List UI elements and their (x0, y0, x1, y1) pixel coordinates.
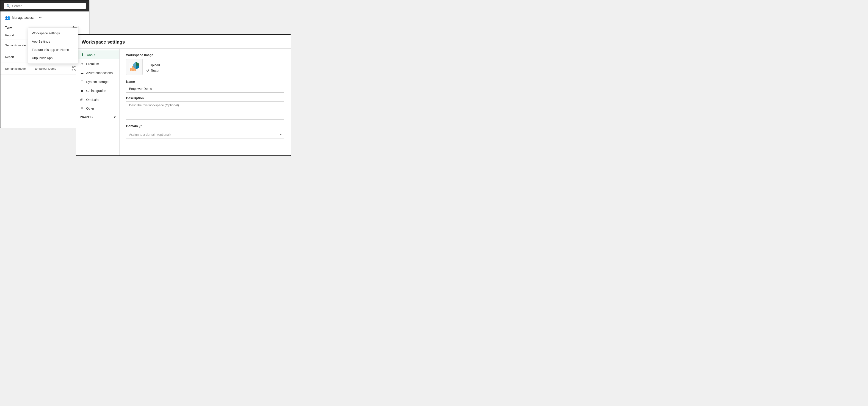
dropdown-item-unpublish[interactable]: Unpublish App (28, 54, 78, 62)
power-bi-section[interactable]: Power BI ∨ (76, 113, 119, 121)
workspace-image-label: Workspace image (126, 53, 160, 57)
onelake-icon: ◎ (80, 97, 84, 102)
about-icon: ℹ (81, 53, 85, 57)
workspace-settings-content: Workspace image (120, 49, 291, 155)
premium-icon: ◇ (80, 62, 84, 66)
git-icon: ◆ (80, 89, 84, 93)
dropdown-item-workspace-settings[interactable]: Workspace settings (28, 29, 78, 37)
name-field-input[interactable] (126, 85, 284, 93)
system-storage-icon: ⊟ (80, 80, 84, 84)
upload-button[interactable]: ↑ Upload (146, 63, 160, 67)
domain-select[interactable]: Assign to a domain (optional) (126, 131, 284, 138)
sidebar-item-git-label: Git integration (86, 89, 106, 93)
domain-field-label: Domain (126, 124, 138, 128)
sidebar-item-azure-label: Azure connections (86, 71, 113, 75)
workspace-image-section: Workspace image (126, 53, 284, 75)
description-field-textarea[interactable] (126, 101, 284, 120)
reset-icon: ↺ (146, 69, 149, 72)
other-icon: ≡ (80, 106, 84, 111)
reset-label: Reset (151, 69, 159, 72)
toolbar-row: 👥 Manage access ··· (0, 11, 89, 24)
search-bar: 🔍 (0, 0, 89, 11)
reset-button[interactable]: ↺ Reset (146, 69, 160, 72)
domain-label-row: Domain i (126, 124, 284, 129)
power-bi-section-label: Power BI (80, 115, 94, 119)
domain-select-wrapper: Assign to a domain (optional) ▾ (126, 131, 284, 138)
workspace-settings-body: ℹ About ◇ Premium ☁ Azure connections ⊟ … (76, 49, 291, 155)
manage-access-label: Manage access (12, 16, 34, 20)
sidebar-item-system-storage-label: System storage (86, 80, 108, 84)
svg-rect-4 (129, 63, 136, 71)
sidebar-item-git[interactable]: ◆ Git integration (76, 86, 119, 95)
workspace-settings-sidebar: ℹ About ◇ Premium ☁ Azure connections ⊟ … (76, 49, 120, 155)
workspace-image-chart-icon (129, 61, 140, 72)
workspace-settings-panel: Workspace settings ℹ About ◇ Premium ☁ A… (76, 34, 291, 156)
sidebar-item-azure[interactable]: ☁ Azure connections (76, 68, 119, 77)
sidebar-item-other[interactable]: ≡ Other (76, 104, 119, 113)
azure-icon: ☁ (80, 71, 84, 75)
search-wrapper[interactable]: 🔍 (4, 3, 86, 9)
sidebar-item-premium[interactable]: ◇ Premium (76, 59, 119, 68)
dropdown-item-feature-app[interactable]: Feature this app on Home (28, 45, 78, 54)
search-input[interactable] (12, 4, 83, 8)
sidebar-item-premium-label: Premium (86, 62, 99, 66)
sidebar-item-about[interactable]: ℹ About (76, 51, 119, 59)
sidebar-item-about-label: About (87, 53, 95, 57)
workspace-settings-title: Workspace settings (76, 35, 291, 49)
more-options-button[interactable]: ··· (37, 15, 44, 21)
name-field-label: Name (126, 80, 284, 84)
sidebar-item-other-label: Other (86, 106, 94, 110)
dropdown-item-app-settings[interactable]: App Settings (28, 37, 78, 45)
domain-info-icon: i (139, 125, 143, 128)
upload-label: Upload (150, 63, 160, 67)
search-icon: 🔍 (6, 4, 10, 8)
chevron-down-icon: ∨ (114, 115, 116, 119)
dropdown-menu: Workspace settings App Settings Feature … (28, 28, 79, 64)
row-owner: Empower Demo (35, 67, 71, 70)
more-options-label: ··· (39, 15, 42, 20)
sidebar-item-system-storage[interactable]: ⊟ System storage (76, 77, 119, 86)
upload-icon: ↑ (146, 63, 148, 67)
workspace-image-placeholder (126, 59, 143, 75)
sidebar-item-onelake[interactable]: ◎ OneLake (76, 95, 119, 104)
sidebar-item-onelake-label: OneLake (86, 98, 99, 101)
manage-access-button[interactable]: 👥 Manage access (5, 15, 34, 20)
manage-access-icon: 👥 (5, 15, 10, 20)
row-type: Semantic model (5, 67, 35, 70)
description-field-label: Description (126, 96, 284, 100)
workspace-image-actions: ↑ Upload ↺ Reset (146, 61, 160, 72)
